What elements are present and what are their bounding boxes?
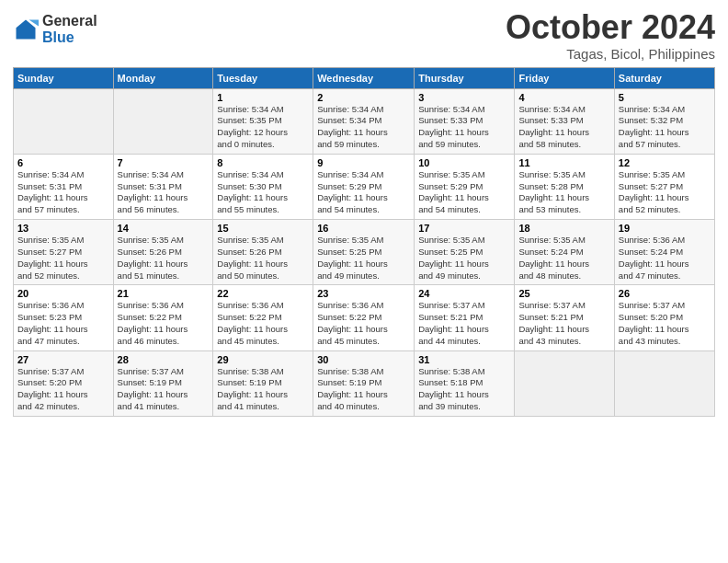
day-number: 29	[217, 354, 309, 365]
day-detail: Sunrise: 5:38 AM Sunset: 5:19 PM Dayligh…	[217, 366, 309, 413]
day-number: 1	[217, 92, 309, 103]
day-number: 12	[619, 157, 711, 168]
day-detail: Sunrise: 5:35 AM Sunset: 5:26 PM Dayligh…	[217, 235, 309, 282]
calendar-cell: 9Sunrise: 5:34 AM Sunset: 5:29 PM Daylig…	[313, 154, 415, 219]
day-detail: Sunrise: 5:38 AM Sunset: 5:18 PM Dayligh…	[418, 366, 510, 413]
day-number: 25	[518, 288, 609, 299]
day-number: 27	[17, 354, 109, 365]
day-detail: Sunrise: 5:36 AM Sunset: 5:22 PM Dayligh…	[217, 300, 309, 347]
day-detail: Sunrise: 5:34 AM Sunset: 5:34 PM Dayligh…	[317, 104, 410, 151]
calendar-cell	[515, 350, 614, 416]
calendar-cell: 8Sunrise: 5:34 AM Sunset: 5:30 PM Daylig…	[213, 154, 313, 219]
day-detail: Sunrise: 5:38 AM Sunset: 5:19 PM Dayligh…	[317, 366, 410, 413]
day-detail: Sunrise: 5:35 AM Sunset: 5:29 PM Dayligh…	[418, 169, 510, 216]
day-detail: Sunrise: 5:35 AM Sunset: 5:25 PM Dayligh…	[317, 235, 410, 282]
day-number: 24	[418, 288, 510, 299]
logo: General Blue	[13, 13, 97, 45]
month-title: October 2024	[506, 9, 715, 46]
day-number: 23	[317, 288, 410, 299]
calendar-row-4: 27Sunrise: 5:37 AM Sunset: 5:20 PM Dayli…	[14, 350, 715, 416]
day-detail: Sunrise: 5:35 AM Sunset: 5:27 PM Dayligh…	[619, 169, 711, 216]
calendar-row-0: 1Sunrise: 5:34 AM Sunset: 5:35 PM Daylig…	[14, 88, 715, 154]
day-number: 6	[17, 157, 109, 168]
day-detail: Sunrise: 5:35 AM Sunset: 5:27 PM Dayligh…	[17, 235, 109, 282]
day-number: 17	[418, 223, 510, 234]
col-tuesday: Tuesday	[213, 67, 313, 88]
day-number: 14	[118, 223, 210, 234]
day-number: 28	[118, 354, 210, 365]
day-detail: Sunrise: 5:36 AM Sunset: 5:22 PM Dayligh…	[317, 300, 410, 347]
day-number: 16	[317, 223, 410, 234]
calendar-cell	[113, 88, 213, 154]
calendar-cell: 29Sunrise: 5:38 AM Sunset: 5:19 PM Dayli…	[213, 350, 313, 416]
calendar-cell: 12Sunrise: 5:35 AM Sunset: 5:27 PM Dayli…	[614, 154, 714, 219]
calendar-cell: 4Sunrise: 5:34 AM Sunset: 5:33 PM Daylig…	[515, 88, 614, 154]
calendar-cell: 27Sunrise: 5:37 AM Sunset: 5:20 PM Dayli…	[14, 350, 114, 416]
day-detail: Sunrise: 5:34 AM Sunset: 5:29 PM Dayligh…	[317, 169, 410, 216]
day-number: 22	[217, 288, 309, 299]
calendar-cell: 31Sunrise: 5:38 AM Sunset: 5:18 PM Dayli…	[415, 350, 515, 416]
col-friday: Friday	[515, 67, 614, 88]
day-detail: Sunrise: 5:35 AM Sunset: 5:25 PM Dayligh…	[418, 235, 510, 282]
col-monday: Monday	[113, 67, 213, 88]
calendar-table: Sunday Monday Tuesday Wednesday Thursday…	[13, 67, 715, 417]
calendar-cell: 1Sunrise: 5:34 AM Sunset: 5:35 PM Daylig…	[213, 88, 313, 154]
day-number: 2	[317, 92, 410, 103]
day-detail: Sunrise: 5:37 AM Sunset: 5:21 PM Dayligh…	[418, 300, 510, 347]
day-number: 30	[317, 354, 410, 365]
header: General Blue October 2024 Tagas, Bicol, …	[13, 9, 715, 62]
day-detail: Sunrise: 5:35 AM Sunset: 5:28 PM Dayligh…	[518, 169, 609, 216]
calendar-cell: 11Sunrise: 5:35 AM Sunset: 5:28 PM Dayli…	[515, 154, 614, 219]
day-number: 9	[317, 157, 410, 168]
day-number: 15	[217, 223, 309, 234]
day-number: 3	[418, 92, 510, 103]
calendar-cell: 17Sunrise: 5:35 AM Sunset: 5:25 PM Dayli…	[415, 220, 515, 285]
logo-general: General	[42, 13, 97, 29]
day-detail: Sunrise: 5:35 AM Sunset: 5:24 PM Dayligh…	[518, 235, 609, 282]
calendar-cell: 3Sunrise: 5:34 AM Sunset: 5:33 PM Daylig…	[415, 88, 515, 154]
day-number: 13	[17, 223, 109, 234]
col-thursday: Thursday	[415, 67, 515, 88]
calendar-row-1: 6Sunrise: 5:34 AM Sunset: 5:31 PM Daylig…	[14, 154, 715, 219]
logo-icon	[13, 17, 39, 42]
day-detail: Sunrise: 5:35 AM Sunset: 5:26 PM Dayligh…	[118, 235, 210, 282]
day-number: 18	[518, 223, 609, 234]
calendar-cell: 23Sunrise: 5:36 AM Sunset: 5:22 PM Dayli…	[313, 285, 415, 350]
day-detail: Sunrise: 5:34 AM Sunset: 5:30 PM Dayligh…	[217, 169, 309, 216]
location-title: Tagas, Bicol, Philippines	[506, 46, 715, 62]
calendar-cell	[614, 350, 714, 416]
title-area: October 2024 Tagas, Bicol, Philippines	[506, 9, 715, 62]
day-detail: Sunrise: 5:34 AM Sunset: 5:33 PM Dayligh…	[418, 104, 510, 151]
day-detail: Sunrise: 5:37 AM Sunset: 5:20 PM Dayligh…	[619, 300, 711, 347]
day-detail: Sunrise: 5:34 AM Sunset: 5:33 PM Dayligh…	[518, 104, 609, 151]
calendar-cell: 5Sunrise: 5:34 AM Sunset: 5:32 PM Daylig…	[614, 88, 714, 154]
calendar-cell: 15Sunrise: 5:35 AM Sunset: 5:26 PM Dayli…	[213, 220, 313, 285]
day-number: 19	[619, 223, 711, 234]
col-sunday: Sunday	[14, 67, 114, 88]
calendar-cell	[14, 88, 114, 154]
calendar-cell: 25Sunrise: 5:37 AM Sunset: 5:21 PM Dayli…	[515, 285, 614, 350]
svg-marker-0	[17, 19, 36, 39]
calendar-cell: 6Sunrise: 5:34 AM Sunset: 5:31 PM Daylig…	[14, 154, 114, 219]
calendar-row-2: 13Sunrise: 5:35 AM Sunset: 5:27 PM Dayli…	[14, 220, 715, 285]
day-number: 7	[118, 157, 210, 168]
calendar-cell: 20Sunrise: 5:36 AM Sunset: 5:23 PM Dayli…	[14, 285, 114, 350]
calendar-cell: 22Sunrise: 5:36 AM Sunset: 5:22 PM Dayli…	[213, 285, 313, 350]
day-detail: Sunrise: 5:36 AM Sunset: 5:22 PM Dayligh…	[118, 300, 210, 347]
calendar-cell: 16Sunrise: 5:35 AM Sunset: 5:25 PM Dayli…	[313, 220, 415, 285]
logo-blue: Blue	[42, 29, 97, 46]
day-detail: Sunrise: 5:34 AM Sunset: 5:31 PM Dayligh…	[17, 169, 109, 216]
calendar-cell: 7Sunrise: 5:34 AM Sunset: 5:31 PM Daylig…	[113, 154, 213, 219]
day-detail: Sunrise: 5:34 AM Sunset: 5:32 PM Dayligh…	[619, 104, 711, 151]
day-detail: Sunrise: 5:37 AM Sunset: 5:20 PM Dayligh…	[17, 366, 109, 413]
calendar-cell: 28Sunrise: 5:37 AM Sunset: 5:19 PM Dayli…	[113, 350, 213, 416]
calendar-cell: 30Sunrise: 5:38 AM Sunset: 5:19 PM Dayli…	[313, 350, 415, 416]
calendar-cell: 2Sunrise: 5:34 AM Sunset: 5:34 PM Daylig…	[313, 88, 415, 154]
calendar-cell: 19Sunrise: 5:36 AM Sunset: 5:24 PM Dayli…	[614, 220, 714, 285]
calendar-cell: 26Sunrise: 5:37 AM Sunset: 5:20 PM Dayli…	[614, 285, 714, 350]
day-detail: Sunrise: 5:34 AM Sunset: 5:31 PM Dayligh…	[118, 169, 210, 216]
header-row: Sunday Monday Tuesday Wednesday Thursday…	[14, 67, 715, 88]
calendar-cell: 14Sunrise: 5:35 AM Sunset: 5:26 PM Dayli…	[113, 220, 213, 285]
page: General Blue October 2024 Tagas, Bicol, …	[0, 0, 728, 563]
day-detail: Sunrise: 5:34 AM Sunset: 5:35 PM Dayligh…	[217, 104, 309, 151]
